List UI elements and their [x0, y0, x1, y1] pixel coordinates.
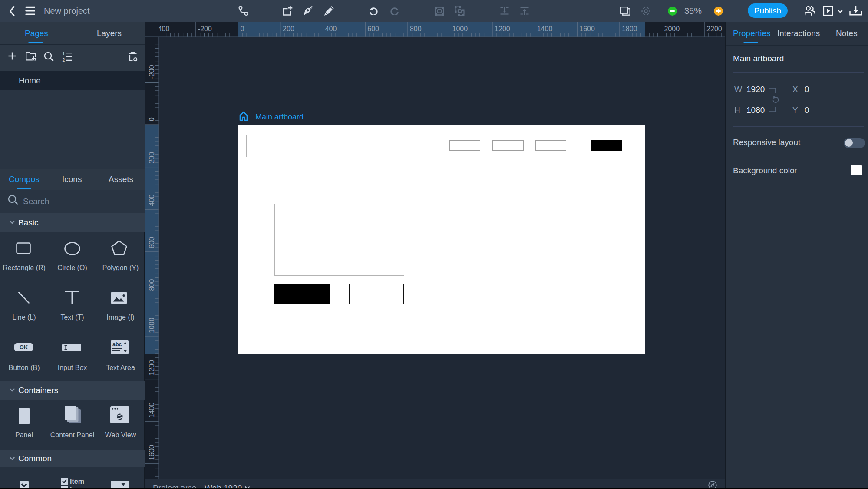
svg-text:2200: 2200	[706, 25, 722, 33]
svg-text:2000: 2000	[664, 25, 680, 33]
svg-text:200: 200	[283, 25, 294, 33]
svg-text:OK: OK	[20, 344, 28, 350]
svg-text:-200: -200	[148, 65, 155, 79]
svg-text:1400: 1400	[537, 25, 553, 33]
svg-text:800: 800	[148, 279, 155, 291]
svg-text:1200: 1200	[495, 25, 510, 33]
svg-text:1: 1	[63, 52, 65, 56]
svg-text:1600: 1600	[148, 445, 155, 460]
svg-text:1000: 1000	[148, 317, 155, 333]
svg-text:400: 400	[325, 25, 337, 33]
svg-text:400: 400	[148, 194, 155, 206]
svg-text:1200: 1200	[148, 360, 155, 376]
svg-text:1000: 1000	[452, 25, 468, 33]
svg-text:200: 200	[148, 152, 155, 164]
svg-text:2: 2	[63, 57, 65, 62]
svg-text:1600: 1600	[579, 25, 595, 33]
svg-text:abc: abc	[112, 341, 122, 347]
svg-text:1800: 1800	[622, 25, 637, 33]
svg-text:0: 0	[148, 117, 155, 121]
svg-text:0: 0	[241, 25, 244, 33]
svg-text:600: 600	[367, 25, 379, 33]
svg-text:800: 800	[410, 25, 422, 33]
svg-text:1400: 1400	[148, 403, 155, 418]
svg-text:600: 600	[148, 237, 155, 248]
svg-text:-200: -200	[198, 25, 212, 33]
